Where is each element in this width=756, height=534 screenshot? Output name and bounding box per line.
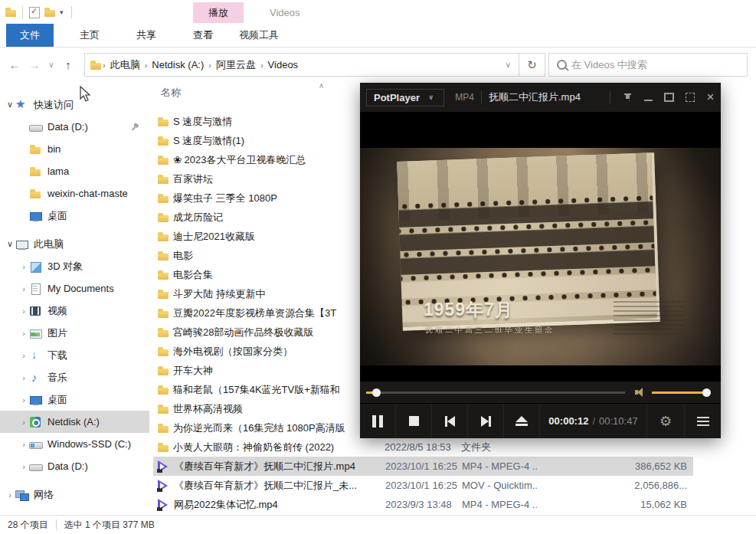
chevron-right-icon[interactable]: › <box>18 440 29 449</box>
cell-name: 电影 <box>173 249 385 263</box>
sidebar-item-5[interactable]: 桌面 <box>0 205 149 227</box>
table-row[interactable]: 《赓续百年育新才》抚顺二中汇报片.mp42023/10/1 16:25MP4 -… <box>153 457 693 476</box>
chevron-right-icon[interactable]: › <box>18 351 29 360</box>
chevron-right-icon[interactable]: › <box>18 462 29 471</box>
properties-check-icon[interactable] <box>28 6 41 18</box>
settings-button[interactable]: ⚙ <box>647 404 684 438</box>
table-row[interactable]: 《赓续百年育新才》抚顺二中汇报片_未...2023/10/1 16:25MOV … <box>153 476 693 495</box>
video-area[interactable]: 1959年7月 抚顺二中高三二班毕业生留念 <box>360 112 721 382</box>
column-header-name[interactable]: 名称 <box>161 86 181 100</box>
breadcrumb-netdisk[interactable]: Netdisk (A:) <box>147 59 208 70</box>
sidebar-item-3[interactable]: lama <box>0 160 149 182</box>
sidebar-item-10[interactable]: ›图片 <box>0 322 149 344</box>
sidebar-item-8[interactable]: ›My Documents <box>0 277 149 300</box>
minimize-button[interactable] <box>638 83 659 112</box>
location-folder-icon <box>90 59 103 71</box>
chevron-down-icon[interactable]: ∨ <box>5 100 15 110</box>
tab-home[interactable]: 主页 <box>67 24 112 47</box>
video-file-icon <box>157 480 171 492</box>
status-item-count: 28 个项目 <box>8 519 48 532</box>
desktop-icon <box>29 394 42 406</box>
chevron-right-icon[interactable]: › <box>5 490 15 500</box>
sidebar-item-15[interactable]: ›Windows-SSD (C:) <box>0 433 149 455</box>
maximize-button[interactable] <box>659 83 679 112</box>
cell-type: MP4 - MPEG-4 ... <box>462 499 537 510</box>
player-app-menu[interactable]: PotPlayer ∨ <box>366 89 444 106</box>
tab-view[interactable]: 查看 <box>181 24 225 47</box>
chevron-right-icon[interactable]: › <box>18 329 29 338</box>
seek-bar[interactable] <box>366 391 625 394</box>
potplayer-window[interactable]: PotPlayer ∨ MP4 抚顺二中汇报片.mp4 × <box>360 83 721 438</box>
sidebar-item-0[interactable]: ∨快速访问 <box>0 93 149 116</box>
fullscreen-button[interactable] <box>679 83 700 112</box>
cell-name: ❀ 2023各大平台卫视春晚汇总 <box>173 153 385 167</box>
video-file-icon <box>157 499 171 511</box>
volume-slider[interactable] <box>652 391 710 394</box>
folder-icon[interactable] <box>5 6 18 18</box>
sidebar-item-11[interactable]: ›下载 <box>0 344 149 366</box>
sidebar-item-label: 此电脑 <box>34 238 64 251</box>
download-icon <box>29 349 42 362</box>
sidebar-item-7[interactable]: ›3D 对象 <box>0 255 149 277</box>
up-icon[interactable]: ↑ <box>58 58 78 71</box>
chevron-right-icon[interactable]: › <box>18 373 29 382</box>
sidebar-item-12[interactable]: ›音乐 <box>0 366 149 388</box>
stop-button[interactable] <box>396 404 432 438</box>
drive-win-icon <box>29 438 42 450</box>
sidebar-item-16[interactable]: ›Data (D:) <box>0 455 149 477</box>
back-icon[interactable]: ← <box>5 58 25 71</box>
breadcrumb-videos[interactable]: Videos <box>263 59 303 70</box>
forward-icon[interactable]: → <box>25 58 44 71</box>
chevron-right-icon[interactable]: › <box>18 306 29 316</box>
volume-thumb[interactable] <box>702 388 711 397</box>
qat-dropdown-icon[interactable]: ▾ <box>60 8 64 16</box>
sidebar-item-1[interactable]: Data (D:) <box>0 116 149 138</box>
folder-icon <box>29 143 42 156</box>
refresh-button[interactable]: ↻ <box>519 53 545 77</box>
cell-size: 2,056,886... <box>537 480 693 491</box>
previous-button[interactable] <box>432 404 468 438</box>
table-row[interactable]: 小黄人大眼萌：神偷奶爸前传 (2022)2022/8/5 18:53文件夹 <box>153 437 693 457</box>
pin-button[interactable] <box>617 83 638 112</box>
folder-icon <box>157 250 170 262</box>
sidebar-item-17[interactable]: ›网络 <box>0 483 149 506</box>
eject-button[interactable] <box>504 404 540 438</box>
sidebar-item-14[interactable]: ›Netdisk (A:) <box>0 411 149 433</box>
recent-locations-icon[interactable]: ∨ <box>44 61 58 69</box>
next-button[interactable] <box>468 404 504 438</box>
chevron-right-icon[interactable]: › <box>18 395 29 405</box>
cell-name: S 速度与激情 <box>173 115 385 129</box>
chevron-right-icon[interactable]: › <box>18 418 29 427</box>
player-titlebar[interactable]: PotPlayer ∨ MP4 抚顺二中汇报片.mp4 × <box>360 83 721 112</box>
close-button[interactable]: × <box>700 83 721 112</box>
search-input[interactable]: 在 Videos 中搜索 <box>548 53 748 77</box>
address-dropdown-icon[interactable]: ∨ <box>498 61 519 69</box>
breadcrumb-aliyun[interactable]: 阿里云盘 <box>211 58 260 72</box>
breadcrumb[interactable]: › 此电脑 › Netdisk (A:) › 阿里云盘 › Videos ∨ <box>84 53 519 77</box>
netdisk-icon <box>29 416 42 428</box>
chevron-right-icon[interactable]: › <box>18 284 29 293</box>
sidebar-item-4[interactable]: weixin-chat-maste <box>0 182 149 205</box>
drive-icon <box>29 121 42 133</box>
breadcrumb-this-pc[interactable]: 此电脑 <box>106 58 145 72</box>
volume-icon[interactable] <box>635 388 646 397</box>
sort-ascending-icon[interactable]: ∧ <box>319 81 324 90</box>
sidebar-item-9[interactable]: ›视频 <box>0 300 149 322</box>
tab-file[interactable]: 文件 <box>6 24 54 47</box>
table-row[interactable]: 网易2022集体记忆.mp42023/9/3 13:48MP4 - MPEG-4… <box>153 495 693 514</box>
sidebar-item-2[interactable]: bin <box>0 138 149 160</box>
tab-video-tools[interactable]: 视频工具 <box>227 24 291 47</box>
seek-thumb[interactable] <box>372 388 381 397</box>
maximize-icon <box>664 93 674 102</box>
tab-share[interactable]: 共享 <box>124 24 169 47</box>
sidebar-item-13[interactable]: ›桌面 <box>0 388 149 411</box>
sidebar-item-6[interactable]: ∨此电脑 <box>0 233 149 255</box>
contextual-tab-play[interactable]: 播放 <box>193 2 244 23</box>
folder-icon <box>29 165 42 178</box>
new-folder-icon[interactable] <box>44 6 57 18</box>
chevron-down-icon[interactable]: ∨ <box>5 239 15 249</box>
playlist-menu-button[interactable] <box>685 404 721 438</box>
chevron-right-icon[interactable]: › <box>18 262 29 271</box>
cell-name: S 速度与激情(1) <box>173 134 385 148</box>
pause-button[interactable] <box>360 404 396 438</box>
